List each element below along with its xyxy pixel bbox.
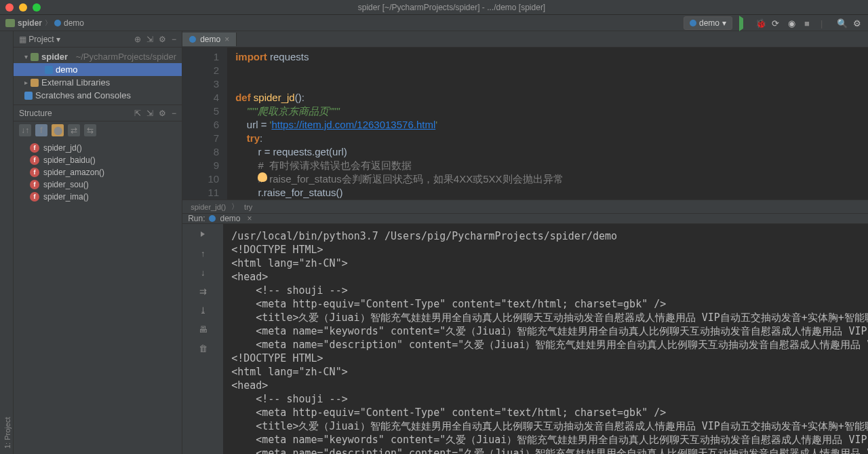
close-icon[interactable]: ×: [224, 35, 229, 44]
coverage-button[interactable]: ⟳: [772, 18, 781, 28]
gear-icon[interactable]: ⚙: [159, 35, 166, 44]
window-title: spider [~/PycharmProjects/spider] - .../…: [41, 3, 863, 12]
structure-toolbar: ↓↑ f ⬤ ⇄ ⇆: [14, 121, 182, 139]
scratch-icon: [24, 92, 33, 100]
run-tool-header: Run: demo × ⚙ −: [182, 214, 868, 224]
minimize-window-button[interactable]: [19, 3, 27, 12]
scroll-end-icon[interactable]: ⤓: [197, 304, 209, 316]
python-icon: [209, 215, 216, 222]
function-icon: f: [30, 192, 39, 202]
editor-tabs: demo ×: [182, 31, 868, 48]
debug-button[interactable]: 🐞: [755, 18, 765, 28]
stop-button[interactable]: ■: [804, 18, 814, 28]
collapse-icon[interactable]: ⇲: [146, 109, 153, 118]
tree-external-libraries[interactable]: ▸ External Libraries: [14, 76, 182, 89]
locate-icon[interactable]: ⊕: [134, 35, 141, 44]
function-item[interactable]: fspider_ima(): [14, 191, 182, 203]
function-item[interactable]: fspider_jd(): [14, 142, 182, 154]
function-item[interactable]: fspider_baidu(): [14, 154, 182, 166]
filter-inherited-icon[interactable]: ⬤: [52, 124, 64, 136]
tree-root[interactable]: ▾ spider ~/PycharmProjects/spider: [14, 50, 182, 63]
breadcrumb-project[interactable]: spider: [18, 18, 42, 28]
folder-icon: [5, 19, 15, 27]
run-button[interactable]: [739, 18, 749, 28]
project-tree[interactable]: ▾ spider ~/PycharmProjects/spider demo ▸…: [14, 48, 182, 105]
chevron-right-icon: 〉: [45, 18, 52, 28]
close-window-button[interactable]: [5, 3, 14, 12]
editor-breadcrumb[interactable]: spider_jd() 〉 try: [182, 200, 868, 213]
chevron-down-icon: ▾: [24, 53, 28, 60]
profile-button[interactable]: ◉: [788, 18, 797, 28]
run-configuration-selector[interactable]: demo ▾: [684, 16, 732, 30]
tree-file-demo[interactable]: demo: [14, 63, 182, 76]
settings-icon[interactable]: ⚙: [853, 18, 863, 28]
rerun-button[interactable]: [197, 228, 209, 240]
hide-icon[interactable]: −: [172, 35, 176, 44]
chevron-down-icon: ▾: [722, 18, 726, 28]
print-icon[interactable]: 🖶: [197, 323, 209, 335]
navigation-bar: spider 〉 demo demo ▾ 🐞 ⟳ ◉ ■ | 🔍 ⚙: [0, 15, 868, 31]
python-icon: [189, 36, 196, 43]
intention-bulb-icon[interactable]: [258, 172, 267, 182]
search-button[interactable]: 🔍: [837, 18, 846, 28]
gear-icon[interactable]: ⚙: [159, 109, 166, 118]
soft-wrap-icon[interactable]: ⇉: [197, 285, 209, 297]
chevron-right-icon: ▸: [24, 79, 28, 86]
expand-icon[interactable]: ⇱: [134, 109, 141, 118]
project-tool-button[interactable]: 1: Project: [3, 37, 12, 449]
stop-button[interactable]: ↑: [197, 247, 209, 259]
python-icon: [690, 20, 696, 26]
chevron-down-icon[interactable]: ▾: [56, 35, 60, 44]
folder-icon: [31, 53, 39, 61]
function-item[interactable]: fspider_amazon(): [14, 166, 182, 178]
sort-icon[interactable]: ↓↑: [19, 124, 31, 136]
tool-window-stripe-left: 1: Project 7: Structure 2: Favorites: [0, 31, 14, 454]
editor-tab-demo[interactable]: demo ×: [182, 33, 237, 46]
breadcrumb[interactable]: spider 〉 demo: [5, 18, 84, 28]
line-numbers: 1234567891011: [182, 48, 227, 200]
close-icon[interactable]: ×: [248, 214, 252, 223]
python-icon: [54, 20, 61, 26]
code-editor[interactable]: 1234567891011 import requests def spider…: [182, 48, 868, 200]
python-file-icon: [45, 66, 53, 74]
tree-scratches[interactable]: Scratches and Consoles: [14, 89, 182, 102]
function-icon: f: [30, 168, 39, 177]
collapse-icon[interactable]: ⇲: [146, 35, 153, 44]
clear-icon[interactable]: 🗑: [197, 342, 209, 354]
run-toolbar: ↑ ↓ ⇉ ⤓ 🖶 🗑: [182, 224, 223, 454]
function-icon: f: [30, 143, 39, 153]
maximize-window-button[interactable]: [33, 3, 41, 12]
titlebar: spider [~/PycharmProjects/spider] - .../…: [0, 0, 868, 15]
filter-fields-icon[interactable]: f: [35, 124, 47, 136]
structure-list: fspider_jd() fspider_baidu() fspider_ama…: [14, 139, 182, 206]
project-panel-header: ▦ Project ▾ ⊕ ⇲ ⚙ −: [14, 31, 182, 48]
autoscroll-from-icon[interactable]: ⇆: [84, 124, 96, 136]
function-item[interactable]: fspider_sou(): [14, 178, 182, 191]
library-icon: [31, 79, 39, 87]
down-button[interactable]: ↓: [197, 266, 209, 278]
structure-panel-header: Structure ⇱ ⇲ ⚙ −: [14, 105, 182, 121]
console-output[interactable]: /usr/local/bin/python3.7 /Users/pig/Pych…: [223, 224, 868, 454]
function-icon: f: [30, 155, 39, 165]
hide-icon[interactable]: −: [172, 109, 176, 118]
breadcrumb-file[interactable]: demo: [64, 18, 84, 28]
function-icon: f: [30, 180, 39, 189]
autoscroll-icon[interactable]: ⇄: [68, 124, 80, 136]
code-content[interactable]: import requests def spider_jd(): """爬取京东…: [227, 48, 868, 200]
divider: |: [821, 18, 830, 28]
